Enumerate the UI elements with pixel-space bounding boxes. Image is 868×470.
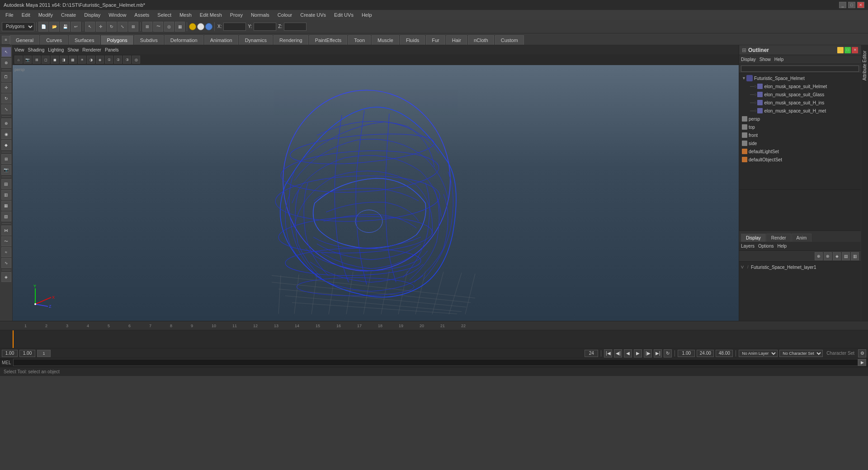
tree-item-side[interactable]: side	[739, 139, 861, 147]
step-forward-button[interactable]: |▶	[644, 349, 652, 357]
layer-btn-3[interactable]: ◈	[833, 252, 841, 260]
menu-modify[interactable]: Modify	[35, 11, 57, 19]
layer-btn-1[interactable]: ⊕	[815, 252, 823, 260]
grid-toggle[interactable]: ⊞	[1, 154, 11, 164]
undo-button[interactable]: ↩	[71, 22, 81, 32]
vp-shade1[interactable]: ◼	[51, 56, 59, 64]
layer-tab-anim[interactable]: Anim	[792, 234, 812, 242]
menu-createuvs[interactable]: Create UVs	[297, 11, 330, 19]
quick-sel1[interactable]: ◈	[1, 272, 11, 282]
sculpt[interactable]: ◆	[1, 140, 11, 150]
transform-tool[interactable]: ⊞	[128, 22, 138, 32]
tab-custom[interactable]: Custom	[495, 35, 524, 45]
tab-fluids[interactable]: Fluids	[400, 35, 425, 45]
vp-aa[interactable]: ◎	[132, 56, 140, 64]
layer-btn-2[interactable]: ⊗	[824, 252, 832, 260]
tab-fur[interactable]: Fur	[426, 35, 445, 45]
outliner-menu-help[interactable]: Help	[774, 57, 784, 62]
mel-input[interactable]	[13, 359, 858, 366]
shader-panel[interactable]: ▧	[1, 212, 11, 221]
rotate-tool[interactable]: ↻	[107, 22, 117, 32]
layer-subtab-layers[interactable]: Layers	[741, 244, 755, 249]
snap-surface[interactable]: ▦	[175, 22, 185, 32]
vp-menu-renderer[interactable]: Renderer	[82, 47, 101, 52]
mel-execute[interactable]: ▶	[858, 359, 866, 366]
tree-item-objectset[interactable]: defaultObjectSet	[739, 155, 861, 164]
z-input[interactable]	[284, 23, 307, 31]
tab-curves[interactable]: Curves	[40, 35, 68, 45]
deform-panel[interactable]: ⋈	[1, 226, 11, 235]
tab-hair[interactable]: Hair	[446, 35, 467, 45]
paint-select-button[interactable]: ⊗	[1, 58, 11, 68]
soft-mod[interactable]: ◉	[1, 129, 11, 139]
go-end-button[interactable]: ▶|	[654, 349, 662, 357]
menu-edit[interactable]: Edit	[18, 11, 34, 19]
move-tool[interactable]: ✛	[96, 22, 106, 32]
menu-create[interactable]: Create	[57, 11, 80, 19]
character-set-select[interactable]: No Character Set	[779, 350, 823, 357]
layers-panel[interactable]: ▤	[1, 179, 11, 189]
vp-menu-show[interactable]: Show	[67, 47, 79, 52]
camera-tools[interactable]: 📷	[1, 165, 11, 175]
dynamic-panel[interactable]: ≈	[1, 247, 11, 257]
go-start-button[interactable]: |◀	[604, 349, 612, 357]
menu-mesh[interactable]: Mesh	[176, 11, 195, 19]
play-back-button[interactable]: ◀	[624, 349, 632, 357]
layer-btn-5[interactable]: ▥	[851, 252, 859, 260]
move-button[interactable]: ✛	[1, 83, 11, 93]
layer-item-1[interactable]: V / Futuristic_Space_Helmet_layer1	[739, 263, 861, 272]
tab-general[interactable]: General	[10, 35, 39, 45]
light-btn-1[interactable]	[189, 23, 196, 30]
snap-point[interactable]: ◎	[164, 22, 174, 32]
outliner-search-input[interactable]	[741, 66, 859, 72]
step-back-button[interactable]: ◀|	[614, 349, 622, 357]
minimize-button[interactable]: _	[839, 2, 846, 8]
layer-btn-4[interactable]: ▤	[842, 252, 850, 260]
tree-item-persp[interactable]: persp	[739, 115, 861, 123]
play-forward-button[interactable]: ▶	[634, 349, 642, 357]
outliner-menu-show[interactable]: Show	[760, 57, 771, 62]
vp-wire[interactable]: ◻	[42, 56, 50, 64]
tab-muscle[interactable]: Muscle	[372, 35, 399, 45]
tab-deformation[interactable]: Deformation	[165, 35, 203, 45]
outliner-menu-display[interactable]: Display	[741, 57, 756, 62]
sets-panel[interactable]: ▥	[1, 190, 11, 200]
vp-home[interactable]: ⌂	[14, 56, 23, 64]
tree-item-helmet[interactable]: —○ elon_musk_space_suit_Helmet	[739, 82, 861, 90]
menu-edituvs[interactable]: Edit UVs	[330, 11, 357, 19]
menu-editmesh[interactable]: Edit Mesh	[196, 11, 226, 19]
menu-normals[interactable]: Normals	[247, 11, 273, 19]
menu-display[interactable]: Display	[80, 11, 104, 19]
tab-ncloth[interactable]: nCloth	[468, 35, 494, 45]
tab-dynamics[interactable]: Dynamics	[239, 35, 273, 45]
light-btn-2[interactable]	[197, 23, 204, 30]
x-input[interactable]	[223, 23, 246, 31]
tab-polygons[interactable]: Polygons	[101, 35, 133, 45]
menu-assets[interactable]: Assets	[131, 11, 153, 19]
menu-file[interactable]: File	[2, 11, 17, 19]
anim-panel[interactable]: 〜	[1, 236, 11, 246]
vp-iso[interactable]: ◈	[96, 56, 104, 64]
scale-tool[interactable]: ⤡	[118, 22, 127, 32]
vp-menu-view[interactable]: View	[14, 47, 24, 52]
vp-res-med[interactable]: ②	[114, 56, 122, 64]
current-frame-input[interactable]	[19, 350, 35, 357]
outliner-close[interactable]: ✕	[852, 47, 858, 53]
tab-painteffects[interactable]: PaintEffects	[309, 35, 348, 45]
tab-subdivs[interactable]: Subdivs	[134, 35, 164, 45]
scale-button[interactable]: ⤡	[1, 104, 11, 114]
vp-shadow[interactable]: ◑	[87, 56, 95, 64]
vp-tex[interactable]: ▦	[69, 56, 77, 64]
tab-animation[interactable]: Animation	[204, 35, 238, 45]
show-manip[interactable]: ⊕	[1, 118, 11, 128]
tree-item-glass[interactable]: —○ elon_musk_space_suit_Glass	[739, 90, 861, 99]
shelf-icon[interactable]: ≡	[2, 36, 10, 44]
maximize-button[interactable]: □	[848, 2, 855, 8]
tree-item-lightset[interactable]: defaultLightSet	[739, 147, 861, 155]
lasso-select[interactable]: 🗒	[1, 72, 11, 82]
tree-item-root[interactable]: ▼ Futuristic_Space_Helmet	[739, 74, 861, 82]
select-tool[interactable]: ↖	[85, 22, 95, 32]
timeline-bar[interactable]	[0, 330, 868, 348]
close-button[interactable]: ✕	[857, 2, 864, 8]
vp-menu-lighting[interactable]: Lighting	[48, 47, 64, 52]
